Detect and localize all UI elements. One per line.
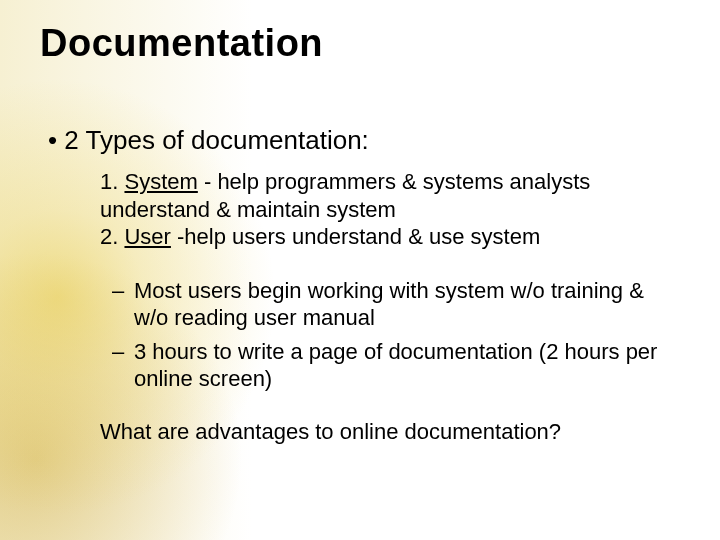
heading-bullet: 2 Types of documentation: bbox=[40, 125, 680, 156]
numbered-item-1: 1. System - help programmers & systems a… bbox=[100, 168, 660, 223]
numbered-item-2-desc: -help users understand & use system bbox=[171, 224, 540, 249]
numbered-item-2-label: User bbox=[124, 224, 170, 249]
numbered-item-2: 2. User -help users understand & use sys… bbox=[100, 223, 660, 251]
closing-question: What are advantages to online documentat… bbox=[100, 419, 680, 445]
slide: Documentation 2 Types of documentation: … bbox=[0, 0, 720, 540]
numbered-list: 1. System - help programmers & systems a… bbox=[100, 168, 660, 251]
slide-content: Documentation 2 Types of documentation: … bbox=[0, 0, 720, 445]
dash-list: Most users begin working with system w/o… bbox=[112, 277, 672, 393]
numbered-item-1-label: System bbox=[124, 169, 197, 194]
dash-item-2: 3 hours to write a page of documentation… bbox=[112, 338, 672, 393]
slide-title: Documentation bbox=[40, 22, 680, 65]
dash-item-1: Most users begin working with system w/o… bbox=[112, 277, 672, 332]
